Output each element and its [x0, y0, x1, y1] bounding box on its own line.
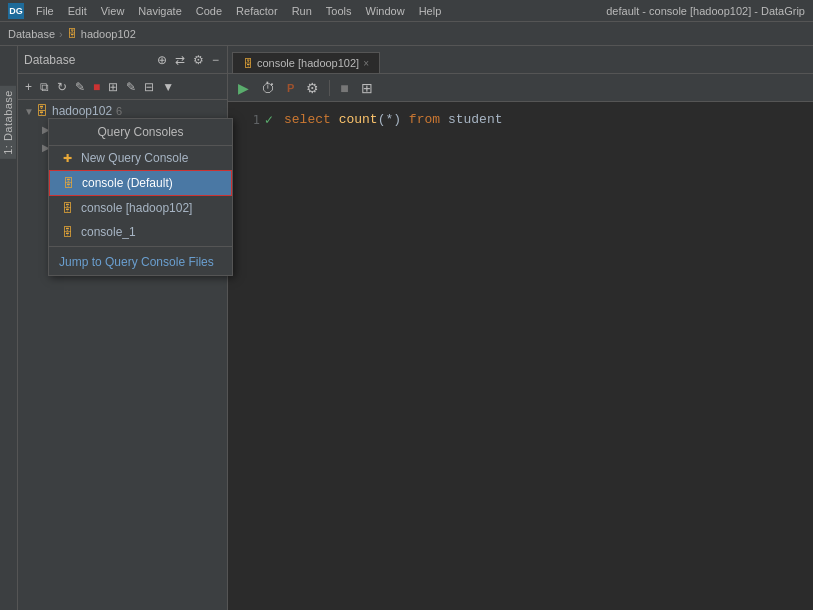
breadcrumb: Database › 🗄 hadoop102 [0, 22, 813, 46]
main-layout: 1: Database Database ⊕ ⇄ ⚙ − + ⧉ ↻ ✎ ■ ⊞… [0, 46, 813, 610]
dropdown-item-default[interactable]: 🗄 console (Default) [49, 170, 232, 196]
menu-window[interactable]: Window [360, 3, 411, 19]
stop-icon[interactable]: ■ [90, 78, 103, 96]
menu-file[interactable]: File [30, 3, 60, 19]
window-title: default - console [hadoop102] - DataGrip [606, 5, 805, 17]
editor-line-1: select count(*) from student [284, 110, 809, 130]
new-item-icon[interactable]: + [22, 78, 35, 96]
breadcrumb-item[interactable]: hadoop102 [81, 28, 136, 40]
table-view-button[interactable]: ⊞ [357, 78, 377, 98]
editor-gutter: 1 [228, 110, 264, 602]
sidebar-tab-label[interactable]: 1: Database [0, 86, 16, 159]
dropdown-item-new[interactable]: ✚ New Query Console [49, 146, 232, 170]
db-icon: 🗄 [36, 104, 48, 118]
editor-tabs: 🗄 console [hadoop102] × [228, 46, 813, 74]
query-consoles-dropdown: Query Consoles ✚ New Query Console 🗄 con… [48, 118, 233, 276]
breadcrumb-separator: › [59, 28, 63, 40]
tab-close-icon[interactable]: × [363, 58, 369, 69]
menu-code[interactable]: Code [190, 3, 228, 19]
dropdown-link-files[interactable]: Jump to Query Console Files [49, 249, 232, 275]
tab-console-hadoop[interactable]: 🗄 console [hadoop102] × [232, 52, 380, 73]
tree-arrow-icon: ▼ [24, 106, 36, 117]
menu-bar: File Edit View Navigate Code Refactor Ru… [30, 3, 447, 19]
settings-button[interactable]: ⚙ [302, 78, 323, 98]
app-icon: DG [8, 3, 24, 19]
right-panel: 🗄 console [hadoop102] × ▶ ⏱ P ⚙ ■ ⊞ 1 ✓ … [228, 46, 813, 610]
tree-label-hadoop: hadoop102 [52, 104, 112, 118]
toolbar-separator [329, 80, 330, 96]
menu-view[interactable]: View [95, 3, 131, 19]
dropdown-label-console1: console_1 [81, 225, 136, 239]
dropdown-label-hadoop: console [hadoop102] [81, 201, 192, 215]
menu-run[interactable]: Run [286, 3, 318, 19]
add-datasource-icon[interactable]: ⊕ [155, 51, 169, 69]
database-panel: Database ⊕ ⇄ ⚙ − + ⧉ ↻ ✎ ■ ⊞ ✎ ⊟ ▼ ▼ 🗄 h… [18, 46, 228, 610]
editor-area[interactable]: 1 ✓ select count(*) from student [228, 102, 813, 610]
menu-help[interactable]: Help [413, 3, 448, 19]
menu-navigate[interactable]: Navigate [132, 3, 187, 19]
dropdown-divider [49, 246, 232, 247]
profile-button[interactable]: P [283, 80, 298, 96]
tree-count-hadoop: 6 [116, 105, 122, 117]
menu-edit[interactable]: Edit [62, 3, 93, 19]
dropdown-item-hadoop[interactable]: 🗄 console [hadoop102] [49, 196, 232, 220]
stop-button[interactable]: ■ [336, 78, 352, 98]
db-panel-header: Database ⊕ ⇄ ⚙ − [18, 46, 227, 74]
tab-db-icon: 🗄 [243, 58, 253, 69]
menu-refactor[interactable]: Refactor [230, 3, 284, 19]
new-console-icon: ✚ [59, 150, 75, 166]
run-button[interactable]: ▶ [234, 78, 253, 98]
table-icon[interactable]: ⊞ [105, 78, 121, 96]
console-hadoop-icon: 🗄 [59, 200, 75, 216]
edit-icon[interactable]: ✎ [72, 78, 88, 96]
dropdown-label-new: New Query Console [81, 151, 188, 165]
filter-icon[interactable]: ▼ [159, 78, 177, 96]
console1-icon: 🗄 [59, 224, 75, 240]
settings-icon[interactable]: ⚙ [191, 51, 206, 69]
sync-icon[interactable]: ⇄ [173, 51, 187, 69]
console-default-icon: 🗄 [60, 175, 76, 191]
refresh-icon[interactable]: ↻ [54, 78, 70, 96]
sidebar-tab: 1: Database [0, 46, 18, 610]
menu-tools[interactable]: Tools [320, 3, 358, 19]
breadcrumb-root[interactable]: Database [8, 28, 55, 40]
collapse-icon[interactable]: − [210, 51, 221, 69]
db-panel-title: Database [24, 53, 155, 67]
editor-toolbar: ▶ ⏱ P ⚙ ■ ⊞ [228, 74, 813, 102]
breadcrumb-db-icon: 🗄 [67, 28, 77, 39]
db-toolbar: + ⧉ ↻ ✎ ■ ⊞ ✎ ⊟ ▼ [18, 74, 227, 100]
db-panel-icons: ⊕ ⇄ ⚙ − [155, 51, 221, 69]
dropdown-label-default: console (Default) [82, 176, 173, 190]
title-bar: DG File Edit View Navigate Code Refactor… [0, 0, 813, 22]
editor-content[interactable]: select count(*) from student [280, 110, 813, 602]
copy-icon[interactable]: ⧉ [37, 78, 52, 96]
dropdown-item-console1[interactable]: 🗄 console_1 [49, 220, 232, 244]
grid-icon[interactable]: ⊟ [141, 78, 157, 96]
editor-check-icon: ✓ [264, 110, 280, 602]
console-edit-icon[interactable]: ✎ [123, 78, 139, 96]
dropdown-header: Query Consoles [49, 119, 232, 146]
tab-label: console [hadoop102] [257, 57, 359, 69]
history-button[interactable]: ⏱ [257, 78, 279, 98]
